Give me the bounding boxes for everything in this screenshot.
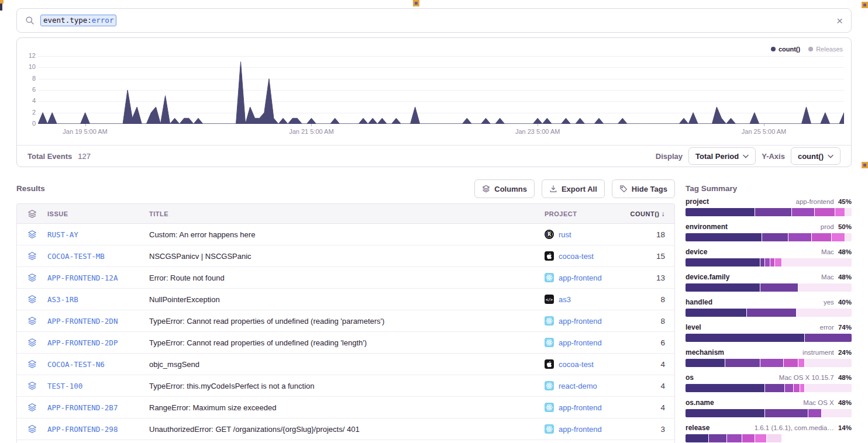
issue-id-link[interactable]: AS3-1RB (47, 295, 149, 304)
tag-row[interactable]: device.family Mac 48% (686, 273, 852, 292)
display-dropdown[interactable]: Total Period (688, 147, 756, 165)
issue-id-link[interactable]: RUST-AY (47, 230, 149, 239)
project-link[interactable]: cocoa-test (545, 251, 626, 261)
table-row[interactable]: COCOA-TEST-N6 objc_msgSend cocoa-test 4 (17, 354, 674, 375)
issue-id-link[interactable]: COCOA-TEST-MB (47, 252, 149, 261)
hide-tags-button[interactable]: Hide Tags (612, 179, 675, 198)
tag-row[interactable]: environment prod 50% (686, 223, 852, 241)
issue-title: objc_msgSend (149, 360, 545, 369)
tag-top-percent: 14% (838, 424, 852, 431)
table-row[interactable]: APP-FRONTEND-12A Error: Route not found … (17, 267, 674, 289)
tag-distribution-bar[interactable] (686, 334, 852, 342)
project-link[interactable]: app-frontend (545, 316, 626, 326)
project-link[interactable]: app-frontend (545, 403, 626, 412)
project-link[interactable]: app-frontend (545, 424, 626, 434)
issue-id-link[interactable]: COCOA-TEST-N6 (47, 360, 149, 369)
tag-row[interactable]: project app-frontend 45% (686, 198, 852, 216)
issue-id-link[interactable]: APP-FRONTEND-298 (47, 425, 149, 434)
tag-distribution-bar[interactable] (686, 434, 852, 442)
tag-distribution-bar[interactable] (686, 208, 852, 216)
tag-distribution-bar[interactable] (686, 359, 852, 367)
tag-bar-segment (798, 359, 805, 367)
tag-top-percent: 48% (838, 274, 852, 281)
legend-item-count[interactable]: count() (771, 46, 800, 53)
search-bar[interactable]: event.type:error × (16, 8, 852, 33)
table-row[interactable]: APP-FRONTEND-2B7 RangeError: Maximum siz… (17, 397, 674, 418)
tag-distribution-bar[interactable] (686, 258, 852, 267)
event-count: 18 (626, 230, 675, 239)
tag-row[interactable]: os Mac OS X 10.15.7 48% (686, 373, 852, 392)
tag-top-percent: 74% (838, 324, 852, 331)
y-axis-value: count() (798, 152, 824, 161)
react-platform-icon (545, 403, 554, 412)
tag-bar-segment (686, 309, 747, 317)
table-row-partial[interactable] (17, 440, 674, 443)
tag-name: handled (686, 298, 712, 306)
header-project[interactable]: PROJECT (545, 210, 626, 217)
tag-bar-segment (835, 208, 845, 216)
y-axis-tick-label: 10 (20, 63, 36, 70)
issue-id-link[interactable]: TEST-100 (47, 382, 149, 390)
project-name: app-frontend (559, 425, 602, 434)
tag-distribution-bar[interactable] (686, 309, 852, 317)
apple-platform-icon (545, 359, 554, 369)
chart-legend: count() Releases (771, 46, 843, 53)
table-row[interactable]: APP-FRONTEND-2DN TypeError: Cannot read … (17, 310, 674, 332)
tag-name: os (686, 373, 694, 382)
tag-icon (619, 185, 628, 193)
issue-id-link[interactable]: APP-FRONTEND-2B7 (47, 403, 149, 412)
y-axis-dropdown[interactable]: count() (791, 147, 841, 165)
tag-row[interactable]: os.name Mac OS X 48% (686, 399, 852, 417)
tag-distribution-bar[interactable] (686, 384, 852, 392)
tag-bar-segment (686, 434, 709, 442)
project-link[interactable]: R rust (545, 230, 626, 239)
issue-id-link[interactable]: APP-FRONTEND-12A (47, 274, 149, 282)
table-row[interactable]: APP-FRONTEND-2DP TypeError: Cannot read … (17, 332, 674, 354)
tag-row[interactable]: device Mac 48% (686, 248, 852, 267)
platform-icon (545, 424, 554, 434)
tag-row[interactable]: level error 74% (686, 323, 852, 342)
issue-id-link[interactable]: APP-FRONTEND-2DP (47, 338, 149, 347)
table-row[interactable]: APP-FRONTEND-298 UnauthorizedError: GET … (17, 418, 674, 440)
header-count[interactable]: COUNT()↓ (626, 210, 675, 218)
tag-row[interactable]: mechanism instrument 24% (686, 348, 852, 367)
search-query-token[interactable]: event.type:error (40, 15, 116, 26)
issue-title: TypeError: Cannot read properties of und… (149, 317, 545, 326)
x-axis-tick (311, 124, 312, 126)
chevron-down-icon (828, 154, 833, 158)
project-link[interactable]: react-demo (545, 381, 626, 390)
tag-distribution-bar[interactable] (686, 233, 852, 241)
chart-footer: Total Events 127 Display Total Period Y-… (17, 145, 851, 167)
header-title[interactable]: TITLE (149, 210, 545, 217)
table-row[interactable]: TEST-100 TypeError: this.myCodeIsPerfect… (17, 375, 674, 397)
project-link[interactable]: app-frontend (545, 338, 626, 347)
legend-item-releases[interactable]: Releases (808, 46, 843, 53)
svg-text:R: R (547, 232, 551, 237)
header-issue[interactable]: ISSUE (47, 210, 149, 217)
tag-top-percent: 40% (838, 299, 852, 306)
area-chart (38, 56, 844, 124)
issue-id-link[interactable]: APP-FRONTEND-2DN (47, 317, 149, 326)
columns-button[interactable]: Columns (474, 179, 535, 198)
clear-search-icon[interactable]: × (836, 15, 843, 26)
project-link[interactable]: cocoa-test (545, 359, 626, 369)
svg-text:</>: </> (546, 297, 553, 302)
chart-plot-area[interactable] (38, 56, 844, 124)
tag-top-value: error (819, 324, 835, 331)
table-row[interactable]: AS3-1RB NullPointerException </> as3 8 (17, 289, 674, 310)
tag-bar-segment (800, 384, 805, 392)
project-name: app-frontend (559, 274, 602, 282)
y-axis-tick-label: 8 (20, 75, 36, 82)
tag-distribution-bar[interactable] (686, 409, 852, 417)
tag-top-value: app-frontend (796, 198, 836, 205)
react-platform-icon (545, 273, 554, 282)
tag-row[interactable]: handled yes 40% (686, 298, 852, 317)
project-link[interactable]: </> as3 (545, 295, 626, 304)
export-all-button[interactable]: Export All (542, 179, 605, 198)
table-row[interactable]: COCOA-TEST-MB NSCGSPanicv | NSCGSPanic c… (17, 245, 674, 267)
tag-row[interactable]: release 1.6.1 (1.6.1), com.media… 14% (686, 424, 852, 442)
table-row[interactable]: RUST-AY Custom: An error happens here R … (17, 224, 674, 245)
results-heading: Results (16, 184, 45, 193)
project-link[interactable]: app-frontend (545, 273, 626, 282)
tag-distribution-bar[interactable] (686, 283, 852, 292)
